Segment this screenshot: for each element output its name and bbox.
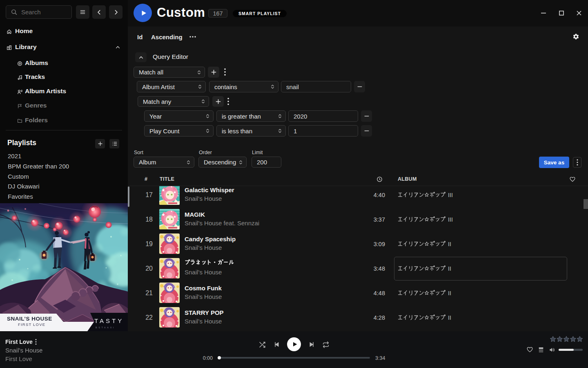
svg-text:TASTY: TASTY (94, 317, 124, 324)
svg-text:BSTAAXI: BSTAAXI (96, 326, 115, 329)
svg-text:SNAIL’S HOUSE: SNAIL’S HOUSE (7, 316, 52, 322)
svg-text:FIRST LOVE: FIRST LOVE (18, 322, 45, 327)
